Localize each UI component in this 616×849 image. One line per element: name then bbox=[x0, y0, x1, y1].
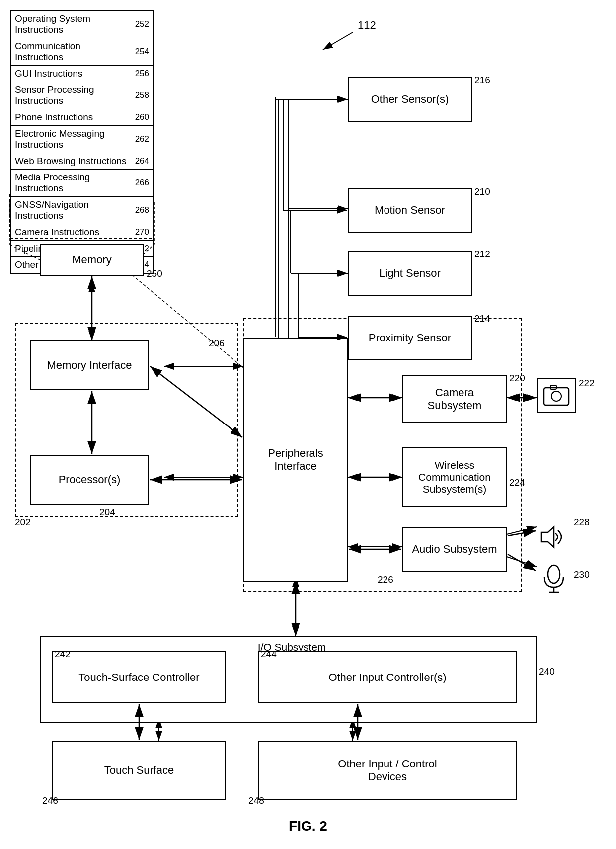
figure-caption: FIG. 2 bbox=[0, 818, 616, 834]
svg-point-34 bbox=[551, 391, 561, 401]
other-sensors-box: Other Sensor(s) bbox=[348, 77, 472, 122]
microphone-icon bbox=[537, 562, 571, 594]
list-item-sensor: Sensor Processing Instructions 258 bbox=[11, 82, 153, 109]
list-item-gnss: GNSS/Navigation Instructions 268 bbox=[11, 197, 153, 224]
list-item-phone: Phone Instructions 260 bbox=[11, 109, 153, 126]
touch-surface-controller-ref: 242 bbox=[55, 649, 71, 660]
svg-line-4 bbox=[323, 32, 353, 50]
other-sensors-ref: 216 bbox=[474, 75, 490, 85]
audio-subsystem-label-ref: 226 bbox=[378, 574, 393, 585]
camera-icon bbox=[537, 378, 576, 413]
motion-sensor-ref: 210 bbox=[474, 186, 490, 197]
touch-surface-controller-box: Touch-Surface Controller bbox=[52, 651, 226, 703]
processors-box: Processor(s) bbox=[30, 455, 149, 505]
other-input-controller-ref: 244 bbox=[261, 649, 277, 660]
processors-ref: 204 bbox=[99, 507, 115, 518]
memory-box: Memory bbox=[40, 244, 144, 276]
list-item-email: Electronic Messaging Instructions 262 bbox=[11, 126, 153, 153]
proximity-sensor-ref: 214 bbox=[474, 313, 490, 324]
list-item-gui: GUI Instructions 256 bbox=[11, 66, 153, 82]
wireless-comm-box: Wireless Communication Subsystem(s) bbox=[402, 447, 507, 507]
svg-text:112: 112 bbox=[358, 19, 376, 31]
light-sensor-ref: 212 bbox=[474, 249, 490, 259]
proximity-sensor-box: Proximity Sensor bbox=[348, 316, 472, 360]
camera-subsystem-box: Camera Subsystem bbox=[402, 375, 507, 423]
io-subsystem-ref: 240 bbox=[539, 666, 555, 677]
svg-rect-33 bbox=[544, 388, 569, 405]
list-item-camera: Camera Instructions 270 bbox=[11, 224, 153, 241]
audio-subsystem-box: Audio Subsystem bbox=[402, 527, 507, 572]
wireless-comm-ref: 224 bbox=[509, 477, 525, 488]
peripherals-ref: 206 bbox=[209, 338, 225, 349]
camera-subsystem-ref: 220 bbox=[509, 373, 525, 384]
touch-surface-box: Touch Surface bbox=[52, 741, 226, 800]
memory-ref: 250 bbox=[147, 268, 162, 279]
memory-list: Operating System Instructions 252 Commun… bbox=[10, 10, 154, 274]
speaker-icon bbox=[537, 521, 571, 553]
list-item-comm: Communication Instructions 254 bbox=[11, 38, 153, 66]
other-input-devices-ref: 248 bbox=[248, 795, 264, 806]
list-item-os: Operating System Instructions 252 bbox=[11, 11, 153, 38]
other-input-devices-box: Other Input / Control Devices bbox=[258, 741, 517, 800]
list-item-web: Web Browsing Instructions 264 bbox=[11, 153, 153, 170]
speaker-ref: 228 bbox=[574, 517, 590, 528]
touch-surface-ref: 246 bbox=[42, 795, 58, 806]
svg-point-37 bbox=[548, 565, 560, 583]
other-input-controller-box: Other Input Controller(s) bbox=[258, 651, 517, 703]
diagram: 112 bbox=[0, 0, 616, 849]
list-item-media: Media Processing Instructions 266 bbox=[11, 170, 153, 197]
svg-marker-36 bbox=[541, 527, 554, 547]
mic-ref: 230 bbox=[574, 569, 590, 580]
cpu-block-ref: 202 bbox=[15, 517, 31, 528]
camera-icon-ref: 222 bbox=[579, 378, 595, 389]
light-sensor-box: Light Sensor bbox=[348, 251, 472, 296]
motion-sensor-box: Motion Sensor bbox=[348, 188, 472, 233]
memory-interface-box: Memory Interface bbox=[30, 340, 149, 390]
